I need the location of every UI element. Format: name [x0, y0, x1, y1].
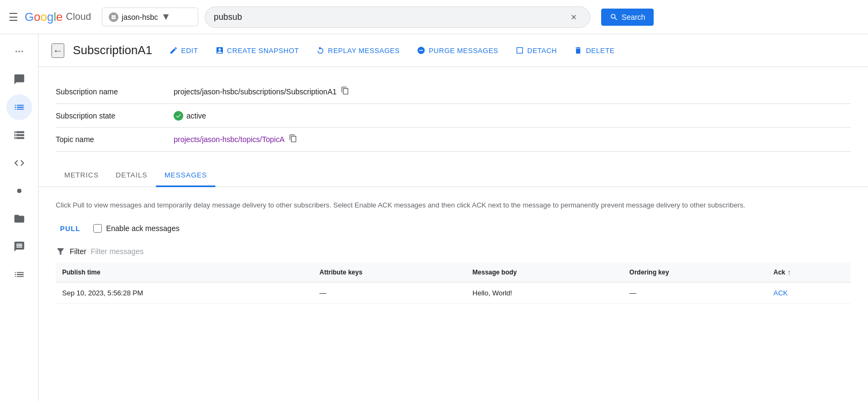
- col-ordering-key: Ordering key: [623, 263, 767, 283]
- enable-ack-label[interactable]: Enable ack messages: [93, 224, 179, 233]
- replay-icon: [316, 46, 325, 55]
- project-icon: [109, 12, 118, 22]
- svg-point-4: [18, 50, 20, 53]
- back-button[interactable]: ←: [51, 43, 64, 58]
- detach-button[interactable]: DETACH: [511, 43, 561, 58]
- app-layout: ← SubscriptionA1 EDIT CREATE SNAPSHOT RE…: [0, 34, 868, 401]
- subscription-state-label: Subscription state: [56, 112, 174, 120]
- purge-icon: [417, 46, 425, 55]
- pull-row: PULL Enable ack messages: [56, 221, 851, 236]
- topic-name-link[interactable]: projects/jason-hsbc/topics/TopicA: [174, 135, 285, 144]
- filter-label[interactable]: Filter: [70, 247, 86, 256]
- sidebar-item-home[interactable]: [6, 39, 32, 64]
- cell-ordering-key: —: [623, 282, 767, 303]
- snapshot-icon: [215, 46, 224, 55]
- cell-publish-time: Sep 10, 2023, 5:56:28 PM: [56, 282, 313, 303]
- clear-search-icon[interactable]: ✕: [571, 13, 577, 21]
- pull-button[interactable]: PULL: [56, 221, 85, 236]
- ack-button[interactable]: ACK: [774, 289, 788, 297]
- sidebar-item-chat[interactable]: [6, 234, 32, 259]
- col-ack: Ack ↑: [767, 263, 851, 283]
- filter-row: Filter Filter messages: [56, 247, 851, 256]
- messages-info-text: Click Pull to view messages and temporar…: [56, 200, 851, 211]
- cell-ack: ACK: [767, 282, 851, 303]
- replay-messages-button[interactable]: REPLAY MESSAGES: [312, 43, 404, 58]
- search-input[interactable]: [214, 12, 571, 22]
- cell-message-body: Hello, World!: [466, 282, 623, 303]
- sidebar: [0, 34, 39, 401]
- detach-icon: [515, 46, 524, 55]
- subscription-state-value: active: [174, 111, 206, 121]
- sidebar-item-dot: [6, 178, 32, 204]
- menu-icon[interactable]: ☰: [9, 11, 18, 24]
- create-snapshot-button[interactable]: CREATE SNAPSHOT: [211, 43, 303, 58]
- messages-table: Publish time Attribute keys Message body…: [56, 263, 851, 304]
- google-cloud-logo[interactable]: Google Cloud: [25, 10, 91, 24]
- delete-button[interactable]: DELETE: [570, 43, 619, 58]
- filter-icon: [56, 247, 65, 256]
- search-button[interactable]: Search: [601, 9, 654, 26]
- subscription-name-label: Subscription name: [56, 87, 174, 96]
- project-name: jason-hsbc: [122, 13, 158, 21]
- tabs-bar: METRICS DETAILS MESSAGES: [39, 165, 868, 187]
- delete-icon: [574, 46, 582, 55]
- table-row: Sep 10, 2023, 5:56:28 PM — Hello, World!…: [56, 282, 851, 303]
- tab-metrics[interactable]: METRICS: [56, 165, 107, 187]
- search-bar: ✕: [205, 6, 590, 28]
- edit-button[interactable]: EDIT: [165, 43, 203, 58]
- search-icon: [610, 13, 618, 21]
- purge-messages-button[interactable]: PURGE MESSAGES: [413, 43, 503, 58]
- cell-attribute-keys: —: [313, 282, 466, 303]
- page-header: ← SubscriptionA1 EDIT CREATE SNAPSHOT RE…: [39, 34, 868, 67]
- svg-point-3: [114, 17, 116, 19]
- sidebar-item-list[interactable]: [6, 262, 32, 287]
- status-active: active: [174, 111, 206, 121]
- tab-messages[interactable]: MESSAGES: [156, 165, 215, 187]
- svg-point-5: [15, 50, 17, 53]
- col-message-body: Message body: [466, 263, 623, 283]
- top-bar: ☰ Google Cloud jason-hsbc ▼ ✕ Search: [0, 0, 868, 34]
- project-selector[interactable]: jason-hsbc ▼: [102, 8, 198, 26]
- svg-point-6: [21, 50, 23, 53]
- project-chevron-icon: ▼: [161, 11, 171, 23]
- topic-name-label: Topic name: [56, 135, 174, 144]
- filter-placeholder: Filter messages: [91, 247, 144, 256]
- details-section: Subscription name projects/jason-hsbc/su…: [39, 67, 868, 152]
- copy-topic-name-icon[interactable]: [289, 134, 297, 145]
- sidebar-item-messages[interactable]: [6, 66, 32, 92]
- status-active-icon: [174, 111, 183, 121]
- subscription-state-row: Subscription state active: [56, 104, 851, 128]
- svg-point-0: [111, 15, 114, 17]
- table-header-row: Publish time Attribute keys Message body…: [56, 263, 851, 283]
- messages-section: Click Pull to view messages and temporar…: [39, 187, 868, 317]
- topic-name-row: Topic name projects/jason-hsbc/topics/To…: [56, 128, 851, 152]
- svg-point-2: [111, 17, 114, 19]
- col-attribute-keys: Attribute keys: [313, 263, 466, 283]
- col-publish-time: Publish time: [56, 263, 313, 283]
- ack-sort-icon[interactable]: ↑: [788, 268, 791, 277]
- sidebar-item-storage[interactable]: [6, 122, 32, 148]
- main-content: ← SubscriptionA1 EDIT CREATE SNAPSHOT RE…: [39, 34, 868, 401]
- sidebar-item-code[interactable]: [6, 150, 32, 176]
- subscription-name-row: Subscription name projects/jason-hsbc/su…: [56, 80, 851, 104]
- enable-ack-checkbox[interactable]: [93, 224, 102, 233]
- sidebar-item-subscriptions[interactable]: [6, 94, 32, 120]
- svg-point-1: [114, 15, 116, 17]
- topic-name-value: projects/jason-hsbc/topics/TopicA: [174, 134, 297, 145]
- tab-details[interactable]: DETAILS: [107, 165, 156, 187]
- subscription-name-value: projects/jason-hsbc/subscriptions/Subscr…: [174, 86, 349, 97]
- copy-subscription-name-icon[interactable]: [341, 86, 349, 97]
- sidebar-item-files[interactable]: [6, 206, 32, 232]
- edit-icon: [169, 46, 178, 55]
- page-title: SubscriptionA1: [73, 43, 152, 57]
